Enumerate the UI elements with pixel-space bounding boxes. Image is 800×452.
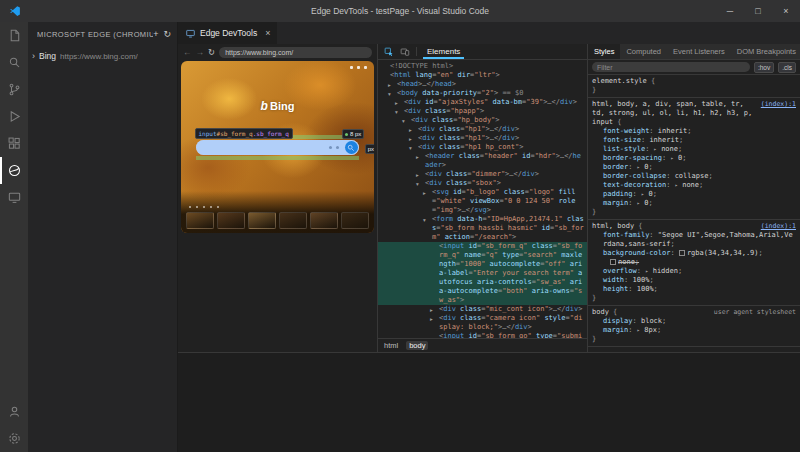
source-control-icon[interactable] xyxy=(0,76,28,103)
class-toggle[interactable]: .cls xyxy=(778,62,796,73)
styles-filter-input[interactable] xyxy=(592,62,750,72)
bing-news-strip xyxy=(181,191,374,233)
css-property[interactable]: width: 100%; xyxy=(592,276,796,285)
url-bar[interactable]: https://www.bing.com/ xyxy=(219,47,372,58)
settings-gear-icon[interactable] xyxy=(0,425,28,452)
dom-node[interactable]: ▸<div class="dimmer">…</div> xyxy=(378,170,587,179)
search-icon[interactable] xyxy=(0,49,28,76)
css-rule[interactable]: body {user agent stylesheetdisplay: bloc… xyxy=(588,306,800,347)
dom-node[interactable]: <html lang="en" dir="ltr"> xyxy=(378,71,587,80)
css-property[interactable]: border-collapse: collapse; xyxy=(592,172,796,181)
size-chip: px xyxy=(365,144,374,154)
dom-node[interactable]: ▸<div class="hp1">…</div> xyxy=(378,134,587,143)
css-property[interactable]: overflow: ▸ hidden; xyxy=(592,267,796,276)
css-property[interactable]: border: ▸ 0; xyxy=(592,163,796,172)
dom-node[interactable]: <input id="sb_form_go" type="submit" ari… xyxy=(378,332,587,338)
extensions-icon[interactable] xyxy=(0,130,28,157)
run-debug-icon[interactable] xyxy=(0,103,28,130)
vscode-logo-icon xyxy=(0,5,30,17)
tab-edge-devtools[interactable]: Edge DevTools × xyxy=(178,22,277,44)
page-menu-icons xyxy=(350,66,367,69)
dom-node[interactable]: ▾<div class="hp1 hp_cont"> xyxy=(378,143,587,152)
css-property[interactable]: padding: ▸ 0; xyxy=(592,190,796,199)
devtools-webview: ← → ↻ https://www.bing.com/ bBing xyxy=(178,44,800,353)
dom-node[interactable]: ▾<div class="hpapp"> xyxy=(378,107,587,116)
css-rule[interactable]: html, body {(index):1font-family: "Segoe… xyxy=(588,220,800,306)
breadcrumb-body[interactable]: body xyxy=(406,341,428,350)
breadcrumb-html[interactable]: html xyxy=(384,341,398,350)
inspect-content-highlight xyxy=(196,140,358,155)
dom-node[interactable]: ▾<div class="hp_body"> xyxy=(378,116,587,125)
add-instance-button[interactable]: + xyxy=(153,29,158,39)
dom-node[interactable]: ▾<body data-priority="2"> == $0 xyxy=(378,89,587,98)
breadcrumb: html body xyxy=(378,338,587,352)
dom-node[interactable]: ▾<form data-h="ID=HpApp,21474.1" class="… xyxy=(378,215,587,242)
tab-label: Edge DevTools xyxy=(200,28,257,38)
css-property[interactable]: font-family: "Segoe UI",Segoe,Tahoma,Ari… xyxy=(592,231,796,249)
dom-node[interactable]: ▸<div id="ajaxStyles" data-bm="39">…</di… xyxy=(378,98,587,107)
tab-computed[interactable]: Computed xyxy=(620,44,667,59)
editor-tab-bar: Edge DevTools × xyxy=(178,22,800,44)
reload-button[interactable]: ↻ xyxy=(208,47,215,57)
activity-bar xyxy=(0,22,28,452)
pseudo-state-toggle[interactable]: :hov xyxy=(754,62,774,73)
dom-tree: <!DOCTYPE html><html lang="en" dir="ltr"… xyxy=(378,60,587,338)
dom-node[interactable]: ▾<div class="sbox"> xyxy=(378,179,587,188)
screencast-nav: ← → ↻ https://www.bing.com/ xyxy=(178,44,377,60)
tab-styles[interactable]: Styles xyxy=(588,44,620,59)
dom-node[interactable]: ▸<div class="camera icon" style="display… xyxy=(378,314,587,332)
css-property[interactable]: margin: ▸ 8px; xyxy=(592,326,796,335)
explorer-icon[interactable] xyxy=(0,22,28,49)
inspect-icon[interactable] xyxy=(384,44,394,59)
editor-content: ← → ↻ https://www.bing.com/ bBing xyxy=(178,44,800,452)
css-property[interactable]: list-style: ▸ none; xyxy=(592,145,796,154)
refresh-targets-button[interactable]: ↻ xyxy=(163,29,171,39)
css-rule[interactable]: html, body, a, div, span, table, tr, td,… xyxy=(588,98,800,220)
screencast-viewport[interactable]: bBing input#sb_form_q.sb_for xyxy=(181,61,374,233)
maximize-button[interactable]: □ xyxy=(744,0,772,22)
css-property[interactable]: margin: ▸ 0; xyxy=(592,199,796,208)
device-toolbar-icon[interactable] xyxy=(400,44,410,59)
monitor-icon[interactable] xyxy=(0,184,28,211)
tab-elements[interactable]: Elements xyxy=(423,44,464,59)
css-property[interactable]: border-spacing: ▸ 0; xyxy=(592,154,796,163)
news-card[interactable] xyxy=(341,212,369,229)
devtools-toolbar: Elements xyxy=(378,44,587,60)
news-card[interactable] xyxy=(186,212,214,229)
news-card[interactable] xyxy=(248,212,276,229)
dom-node[interactable]: ▸<div class="mic_cont icon">…</div> xyxy=(378,305,587,314)
edge-devtools-icon[interactable] xyxy=(0,157,28,184)
css-property[interactable]: background-color: rgba(34,34,34,.9); xyxy=(592,249,796,258)
news-card[interactable] xyxy=(217,212,245,229)
dom-node[interactable]: ▸<header class="header" id="hdr">…</head… xyxy=(378,152,587,170)
sidebar: MICROSOFT EDGE (CHROMIUM) TOO... + ↻ › B… xyxy=(28,22,178,452)
css-property[interactable]: font-size: inherit; xyxy=(592,136,796,145)
dom-node[interactable]: ▸<head>…</head> xyxy=(378,80,587,89)
news-card[interactable] xyxy=(279,212,307,229)
dom-node[interactable]: <input id="sb_form_q" class="sb_form_q" … xyxy=(378,242,587,305)
minimize-button[interactable]: ─ xyxy=(716,0,744,22)
title-bar: Edge DevTools - testPage - Visual Studio… xyxy=(0,0,800,22)
close-button[interactable]: × xyxy=(772,0,800,22)
tab-close-icon[interactable]: × xyxy=(265,28,270,38)
account-icon[interactable] xyxy=(0,398,28,425)
target-item-bing[interactable]: › Bing https://www.bing.com/ xyxy=(28,46,177,66)
css-property[interactable]: height: 100%; xyxy=(592,285,796,294)
css-property[interactable]: none; xyxy=(592,258,796,267)
news-card[interactable] xyxy=(310,212,338,229)
tab-dom-breakpoints[interactable]: DOM Breakpoints xyxy=(731,44,800,59)
dom-node[interactable]: ▸<svg id="b_logo" class="logo" fill="whi… xyxy=(378,188,587,215)
bing-logo: bBing xyxy=(181,99,374,113)
css-property[interactable]: font-weight: inherit; xyxy=(592,127,796,136)
forward-button[interactable]: → xyxy=(196,47,205,57)
css-property[interactable]: display: block; xyxy=(592,317,796,326)
window-title: Edge DevTools - testPage - Visual Studio… xyxy=(0,6,800,16)
back-button[interactable]: ← xyxy=(183,47,192,57)
css-rule[interactable]: element.style {} xyxy=(588,75,800,98)
dom-node[interactable]: ▸<div class="hp1">…</div> xyxy=(378,125,587,134)
tab-event-listeners[interactable]: Event Listeners xyxy=(667,44,731,59)
dom-node[interactable]: <!DOCTYPE html> xyxy=(378,62,587,71)
devtools-tab-icon xyxy=(185,28,196,39)
styles-filter-bar: :hov .cls xyxy=(588,60,800,75)
css-property[interactable]: text-decoration: ▸ none; xyxy=(592,181,796,190)
